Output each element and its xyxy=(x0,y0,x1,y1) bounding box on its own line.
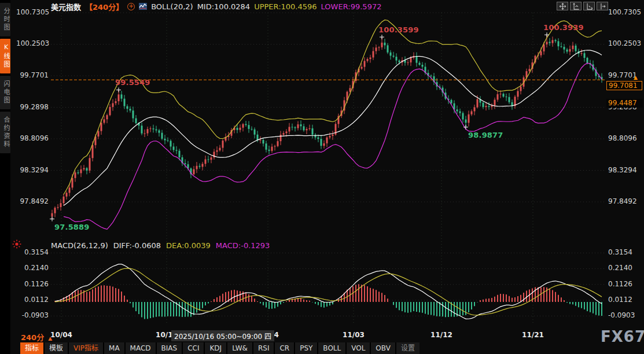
toolbar-item-0[interactable]: 指标 xyxy=(20,342,43,354)
macd-axis-label: 0.2140 xyxy=(16,264,49,272)
price-axis-label: 97.8492 xyxy=(16,197,49,205)
boll-lower-value: LOWER:99.5972 xyxy=(321,2,382,11)
macd-axis-label: 0.1126 xyxy=(608,280,632,288)
app-root: 分时图K线图闪电图合约资料 美元指数 【240分】 + BOLL(20,2) M… xyxy=(0,0,644,354)
toolbar-item-9[interactable]: RSI xyxy=(253,342,274,354)
macd-axis-label: 0.1126 xyxy=(16,280,49,288)
watermark: FX678 xyxy=(601,328,644,345)
sidebar-tab-3[interactable]: 合约资料 xyxy=(0,112,10,153)
boll-mid-value: MID:100.0284 xyxy=(197,2,250,11)
crosshair-date-tooltip: 2025/10/16 05:00~09:00 四 xyxy=(171,330,274,341)
price-axis-label: 98.3294 xyxy=(608,166,637,174)
price-marker-icon: ▲ xyxy=(634,75,638,80)
period-selector[interactable]: 240分▲ xyxy=(21,331,52,342)
gridlines xyxy=(51,13,605,323)
price-annotation: 100.3939 xyxy=(543,23,584,32)
price-axis-label: 100.2503 xyxy=(608,39,641,47)
chart-header: 美元指数 【240分】 + BOLL(20,2) MID:100.0284 UP… xyxy=(51,2,381,11)
macd-axis-label: -0.0903 xyxy=(16,311,49,319)
price-annotation: 100.3599 xyxy=(378,25,419,34)
toolbar-item-6[interactable]: CCI xyxy=(183,342,204,354)
price-axis-label: 98.8096 xyxy=(608,134,637,142)
macd-axis-label: 0.3154 xyxy=(16,248,49,256)
sidebar-tab-0[interactable]: 分时图 xyxy=(0,3,10,36)
period-selector-label: 240分 xyxy=(21,333,44,342)
crosshair-move-icon[interactable] xyxy=(557,2,568,10)
toolbar-item-12[interactable]: BOLL xyxy=(318,342,345,354)
sidebar-tab-rail: 分时图K线图闪电图合约资料 xyxy=(0,0,10,354)
macd-axis-label: -0.0903 xyxy=(608,311,635,319)
macd-macd-value: MACD:-0.1293 xyxy=(216,241,270,250)
alarm-icon[interactable] xyxy=(12,239,22,249)
toolbar-item-8[interactable]: LW& xyxy=(227,342,252,354)
price-annotation: 97.5889 xyxy=(54,223,90,231)
toolbar-item-5[interactable]: BIAS xyxy=(157,342,182,354)
boll-upper-value: UPPER:100.4596 xyxy=(254,2,317,11)
bollinger-layer xyxy=(64,20,602,229)
sidebar-tab-2[interactable]: 闪电图 xyxy=(0,76,10,109)
macd-axis-label: 0.2140 xyxy=(608,264,632,272)
price-axis-label: 100.7305 xyxy=(16,8,49,16)
price-axis-label: 97.8492 xyxy=(608,197,637,205)
toolbar-item-7[interactable]: KDJ xyxy=(205,342,226,354)
macd-header: MACD(26,12,9) DIFF:-0.0608 DEA:0.0039 MA… xyxy=(51,241,270,250)
boll-label: BOLL(20,2) xyxy=(151,2,193,11)
sidebar-tab-1[interactable]: K线图 xyxy=(0,39,10,73)
last-price-box: 99.7081 xyxy=(606,81,642,90)
toolbar-item-14[interactable]: OBV xyxy=(371,342,395,354)
toolbar-item-11[interactable]: PSY xyxy=(295,342,317,354)
toolbar-item-2[interactable]: VIP指标 xyxy=(69,342,103,354)
axis-zoom-horizontal-icon[interactable] xyxy=(583,2,595,10)
date-axis-label: 11/12 xyxy=(430,331,452,339)
date-axis-label: 11/03 xyxy=(343,331,365,339)
macd-dea-value: DEA:0.0039 xyxy=(166,241,211,250)
toolbar-item-4[interactable]: MACD xyxy=(126,342,156,354)
price-axis-label: 100.2503 xyxy=(16,39,49,47)
price-annotation: 99.5549 xyxy=(115,78,150,87)
symbol-title: 美元指数 xyxy=(51,1,81,12)
price-axis-label: 99.2898 xyxy=(16,103,49,111)
axis-pan-right-icon[interactable] xyxy=(597,2,608,10)
toolbar-item-1[interactable]: 模板 xyxy=(45,342,68,354)
period-label: 【240分】 xyxy=(85,1,123,12)
add-indicator-icon[interactable]: + xyxy=(127,3,135,10)
toolbar-item-10[interactable]: CR xyxy=(275,342,294,354)
candlestick-chart-canvas[interactable] xyxy=(0,0,644,354)
price-annotation: 98.9877 xyxy=(468,131,503,139)
secondary-price-box: 99.4487 xyxy=(606,99,643,108)
price-axis-label: 98.8096 xyxy=(16,134,49,142)
axis-zoom-vertical-icon[interactable] xyxy=(570,2,582,10)
date-axis-label: 10/04 xyxy=(50,331,72,339)
indicator-toolbar: 指标模板VIP指标MAMACDBIASCCIKDJLW&RSICRPSYBOLL… xyxy=(20,342,419,354)
chart-tool-buttons xyxy=(557,2,608,10)
macd-axis-label: 0.0112 xyxy=(608,296,632,304)
toolbar-item-15[interactable]: 设置 xyxy=(396,342,419,354)
macd-axis-label: 0.3154 xyxy=(608,248,632,256)
price-axis-label: 99.7701 xyxy=(608,71,637,79)
macd-label: MACD(26,12,9) xyxy=(51,241,108,250)
price-axis-label: 99.7701 xyxy=(16,71,49,79)
price-axis-label: 100.7305 xyxy=(608,8,641,16)
price-axis-label: 98.3294 xyxy=(16,166,49,174)
date-axis-label: 11/21 xyxy=(522,331,544,339)
macd-layer xyxy=(55,264,602,319)
macd-diff-value: DIFF:-0.0608 xyxy=(113,241,161,250)
chart-type-icon[interactable] xyxy=(139,3,147,10)
overlay-marks xyxy=(50,32,605,221)
toolbar-item-3[interactable]: MA xyxy=(104,342,124,354)
macd-axis-label: 0.0112 xyxy=(16,296,49,304)
toolbar-item-13[interactable]: VOL xyxy=(347,342,370,354)
period-dropdown-icon: ▲ xyxy=(48,335,52,341)
